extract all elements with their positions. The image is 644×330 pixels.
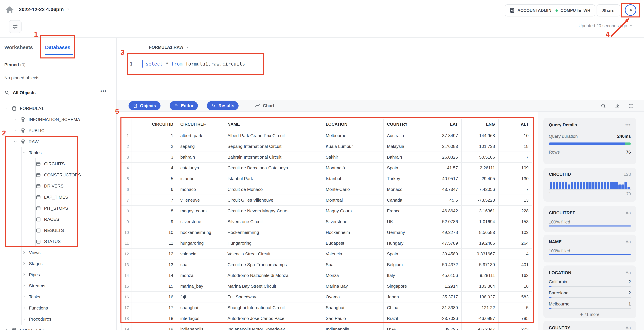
table-cell[interactable]: 583 [499, 292, 532, 303]
chevron-right-icon[interactable] [22, 273, 26, 277]
table-cell[interactable]: 162 [499, 270, 532, 281]
table-cell[interactable]: 5.97139 [462, 259, 499, 270]
table-cell[interactable]: Germany [384, 227, 427, 238]
table-cell[interactable]: -23.7036 [427, 313, 462, 324]
table-cell[interactable]: 8.56583 [462, 227, 499, 238]
table-cell[interactable]: Marina Bay [322, 281, 384, 292]
column-header-circuitid[interactable]: CIRCUITID [132, 119, 177, 130]
table-cell[interactable]: monza [177, 270, 224, 281]
table-cell[interactable]: 153 [499, 216, 532, 227]
table-cell[interactable]: 16 [132, 292, 177, 303]
table-cell[interactable]: Singapore [384, 281, 427, 292]
table-cell[interactable]: bahrain [177, 152, 224, 163]
run-button[interactable] [625, 4, 636, 16]
table-cell[interactable]: Italy [384, 270, 427, 281]
table-cell[interactable]: 12 [132, 249, 177, 259]
table-cell[interactable]: Montmeló [322, 163, 384, 173]
table-cell[interactable]: Bahrain [384, 152, 427, 163]
chevron-right-icon[interactable] [22, 317, 26, 321]
chevron-right-icon[interactable] [22, 306, 26, 310]
table-cell[interactable]: 10 [132, 227, 177, 238]
table-cell[interactable]: 109 [499, 163, 532, 173]
table-cell[interactable]: Circuit de Barcelona-Catalunya [224, 163, 322, 173]
tree-item-status[interactable]: STATUS [0, 236, 116, 247]
table-cell[interactable]: 101.738 [462, 141, 499, 152]
tree-item-pipes[interactable]: Pipes [0, 269, 116, 280]
table-cell[interactable]: indianapolis [177, 324, 224, 330]
table-cell[interactable]: 13 [132, 259, 177, 270]
table-cell[interactable]: -86.2347 [462, 324, 499, 330]
table-cell[interactable]: Sepang International Circuit [224, 141, 322, 152]
table-cell[interactable]: 19.2486 [462, 238, 499, 249]
column-header-location[interactable]: LOCATION [322, 119, 384, 130]
table-cell[interactable]: hockenheimring [177, 227, 224, 238]
table-cell[interactable]: France [384, 206, 427, 216]
table-cell[interactable]: -1.01694 [462, 216, 499, 227]
table-cell[interactable]: Belgium [384, 259, 427, 270]
table-cell[interactable]: Shanghai International Circuit [224, 303, 322, 313]
sidebar-menu-button[interactable]: ••• [100, 88, 107, 94]
tree-item-races[interactable]: RACES [0, 214, 116, 225]
table-cell[interactable]: Sakhir [322, 152, 384, 163]
table-cell[interactable]: Hockenheim [322, 227, 384, 238]
table-cell[interactable]: valencia [177, 249, 224, 259]
table-cell[interactable]: 45.5 [427, 195, 462, 206]
context-selector[interactable]: ACCOUNTADMIN COMPUTE_WH [505, 4, 595, 16]
table-cell[interactable]: Circuit de Monaco [224, 184, 322, 195]
table-cell[interactable]: 39.795 [427, 324, 462, 330]
table-cell[interactable]: 35.3717 [427, 292, 462, 303]
table-cell[interactable]: -46.6997 [462, 313, 499, 324]
table-cell[interactable]: 2.76083 [427, 141, 462, 152]
stat-card-circuitref[interactable]: CIRCUITREF Aa 100% filled [544, 206, 636, 232]
tree-item-views[interactable]: Views [0, 247, 116, 258]
column-header-name[interactable]: NAME [224, 119, 322, 130]
table-cell[interactable]: 11 [132, 238, 177, 249]
table-cell[interactable]: hungaroring [177, 238, 224, 249]
table-cell[interactable]: USA [384, 324, 427, 330]
table-cell[interactable]: Magny Cours [322, 206, 384, 216]
table-cell[interactable]: 4 [499, 249, 532, 259]
table-cell[interactable]: Circuit de Nevers Magny-Cours [224, 206, 322, 216]
tree-item-raw[interactable]: RAW [0, 136, 116, 147]
table-cell[interactable]: Valencia [322, 249, 384, 259]
table-cell[interactable]: 103 [499, 227, 532, 238]
table-cell[interactable]: monaco [177, 184, 224, 195]
column-header-lng[interactable]: LNG [462, 119, 499, 130]
tree-item-drivers[interactable]: DRIVERS [0, 180, 116, 191]
editor-context-selector[interactable]: FORMULA1.RAW [149, 45, 189, 50]
table-cell[interactable]: 47.5789 [427, 238, 462, 249]
table-cell[interactable]: 41.57 [427, 163, 462, 173]
table-cell[interactable]: Circuit de Spa-Francorchamps [224, 259, 322, 270]
tree-item-functions[interactable]: Functions [0, 303, 116, 314]
chevron-right-icon[interactable] [22, 251, 26, 254]
chevron-down-icon[interactable] [5, 107, 8, 110]
table-cell[interactable]: spa [177, 259, 224, 270]
table-cell[interactable]: Montreal [322, 195, 384, 206]
table-cell[interactable]: 3 [132, 152, 177, 163]
table-cell[interactable]: 14 [132, 270, 177, 281]
column-header-alt[interactable]: ALT [499, 119, 532, 130]
tree-item-constructors[interactable]: CONSTRUCTORS [0, 169, 116, 180]
table-cell[interactable]: Fuji Speedway [224, 292, 322, 303]
stat-card-country[interactable]: COUNTRY Aa [544, 321, 636, 330]
updated-status[interactable]: Updated 20 seconds ago [578, 23, 632, 28]
table-cell[interactable]: Japan [384, 292, 427, 303]
location-stat-melbourne[interactable]: Melbourne1 [549, 302, 631, 309]
table-cell[interactable]: Silverstone Circuit [224, 216, 322, 227]
tab-editor[interactable]: Editor [170, 101, 198, 110]
table-cell[interactable]: Spain [384, 249, 427, 259]
tree-item-procedures[interactable]: Procedures [0, 314, 116, 325]
table-cell[interactable]: 7 [132, 195, 177, 206]
table-cell[interactable]: Hungary [384, 238, 427, 249]
table-cell[interactable]: 2 [132, 141, 177, 152]
tree-item-pit_stops[interactable]: PIT_STOPS [0, 203, 116, 214]
stat-card-name[interactable]: NAME Aa 100% filled [544, 235, 636, 262]
tree-item-circuits[interactable]: CIRCUITS [0, 158, 116, 169]
table-cell[interactable]: marina_bay [177, 281, 224, 292]
table-cell[interactable]: istanbul [177, 173, 224, 184]
table-cell[interactable]: 40.9517 [427, 173, 462, 184]
table-cell[interactable]: 50.4372 [427, 259, 462, 270]
table-cell[interactable]: São Paulo [322, 313, 384, 324]
table-cell[interactable]: 2.26111 [462, 163, 499, 173]
chevron-down-icon[interactable] [22, 151, 26, 155]
